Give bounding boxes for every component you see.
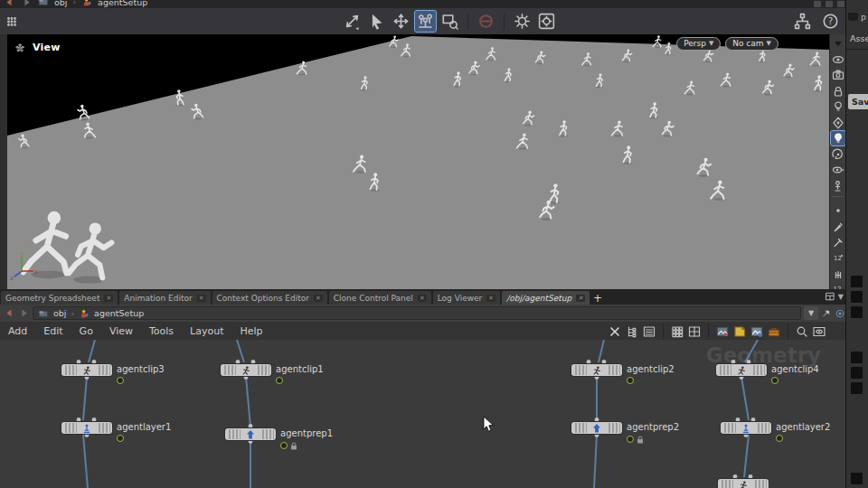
forward-arrow-icon[interactable] [21, 0, 33, 8]
tab-close-icon[interactable]: ✕ [314, 295, 323, 302]
node-partial[interactable] [718, 479, 769, 488]
tab-close-icon[interactable]: ✕ [104, 295, 113, 302]
display-flag-badge[interactable] [627, 436, 634, 443]
thumbnail-image-button[interactable] [715, 324, 730, 339]
output-pin[interactable] [595, 375, 599, 380]
character-pick-button[interactable] [831, 179, 845, 193]
node-wire[interactable] [599, 340, 604, 362]
output-pin[interactable] [740, 375, 744, 380]
view-objects-eye-button[interactable] [831, 163, 845, 177]
headlight-button[interactable] [831, 99, 845, 114]
save-button[interactable]: Save [848, 94, 868, 109]
frame-superscript-button[interactable]: 12 [831, 251, 845, 266]
output-pin[interactable] [85, 375, 90, 380]
layout-grid-button[interactable] [687, 324, 702, 339]
render-settings-gear-button[interactable] [536, 11, 557, 32]
panel-swatch[interactable] [851, 291, 863, 303]
eyedropper-button[interactable] [831, 235, 845, 249]
list-view-button[interactable] [642, 324, 656, 339]
snapshot-camera-button[interactable] [831, 68, 845, 82]
tab-close-icon[interactable]: ✕ [576, 295, 585, 302]
output-pin[interactable] [249, 439, 253, 444]
menu-layout[interactable]: Layout [182, 325, 231, 337]
panel-swatch[interactable] [851, 367, 863, 379]
node-wire[interactable] [744, 435, 749, 477]
node-agentprep2[interactable] [571, 422, 622, 434]
pane-menu-icon[interactable] [14, 42, 25, 53]
pane-tab-geometry-spreadsheet[interactable]: Geometry Spreadsheet✕ [1, 291, 118, 305]
node-wire[interactable] [745, 340, 758, 362]
panel-swatch[interactable] [851, 306, 863, 318]
menu-view[interactable]: View [101, 325, 141, 337]
tab-close-icon[interactable]: ✕ [486, 295, 495, 302]
pane-tab-animation-editor[interactable]: Animation Editor✕ [119, 291, 210, 305]
context-help-button[interactable]: ? [820, 11, 841, 32]
pane-layout-grid-icon[interactable] [825, 291, 835, 302]
background-image-button[interactable] [750, 324, 764, 339]
path-forward-icon[interactable] [18, 307, 30, 319]
path-back-icon[interactable] [4, 307, 15, 319]
display-flag-badge[interactable] [117, 377, 124, 384]
camera-button[interactable]: No cam▼ [725, 37, 778, 51]
pin-icon[interactable] [821, 308, 832, 319]
menu-tools[interactable]: Tools [141, 325, 182, 337]
view-tool-button[interactable] [342, 11, 363, 32]
path-context[interactable]: obj [53, 308, 66, 318]
box-zoom-tool-button[interactable] [439, 11, 460, 32]
node-wire[interactable] [594, 435, 597, 488]
display-flag-badge[interactable] [276, 377, 283, 384]
pane-tab-log-viewer[interactable]: Log Viewer✕ [433, 291, 500, 305]
new-tab-button[interactable]: + [591, 291, 604, 305]
panel-swatch[interactable] [851, 352, 863, 363]
points-display-button[interactable] [831, 203, 845, 218]
panel-swatch[interactable] [851, 276, 863, 287]
tools-crossed-button[interactable] [608, 324, 622, 339]
menu-help[interactable]: Help [232, 325, 271, 337]
visibility-box-button[interactable] [812, 324, 826, 339]
breadcrumb-node[interactable]: agentSetup [98, 0, 147, 7]
color-palette-grid-button[interactable] [670, 324, 684, 339]
back-arrow-icon[interactable] [4, 0, 15, 8]
node-wire[interactable] [83, 435, 88, 488]
pane-expand-arrow-button[interactable] [831, 36, 845, 51]
node-agentclip3[interactable] [61, 364, 112, 376]
pane-tab-clone-control-panel[interactable]: Clone Control Panel✕ [329, 291, 431, 305]
grab-hand-button[interactable] [831, 267, 845, 281]
tree-view-button[interactable] [625, 324, 639, 339]
display-flag-badge[interactable] [117, 435, 124, 442]
toolbox-button[interactable] [767, 324, 781, 339]
display-flag-badge[interactable] [776, 435, 783, 442]
sticky-note-button[interactable] [732, 324, 747, 339]
snapping-disabled-toggle-button[interactable] [476, 11, 496, 32]
panel-swatch[interactable] [851, 473, 863, 484]
node-wire[interactable] [83, 377, 87, 420]
node-wire[interactable] [741, 377, 749, 420]
find-magnifier-button[interactable] [795, 324, 809, 339]
menu-add[interactable]: Add [0, 325, 35, 337]
node-agentclip1[interactable] [221, 364, 271, 376]
output-pin[interactable] [744, 433, 749, 437]
display-options-gear-button[interactable] [512, 11, 533, 32]
high-quality-lighting-button[interactable] [831, 131, 845, 145]
scene-lights-button[interactable] [831, 116, 845, 130]
follow-target-icon[interactable] [835, 308, 845, 319]
translate-tool-button[interactable] [391, 11, 411, 32]
panel-swatch[interactable] [851, 382, 863, 394]
menu-go[interactable]: Go [71, 325, 101, 337]
crowd-select-tool-button[interactable] [415, 11, 436, 32]
network-editor[interactable]: Geometry agentclip3agentclip1agentclip2a… [0, 340, 846, 488]
visibility-eye-button[interactable] [831, 52, 845, 67]
toolbar-grip-icon[interactable] [5, 15, 18, 28]
projection-button[interactable]: Persp▼ [676, 37, 721, 51]
tab-close-icon[interactable]: ✕ [418, 295, 427, 302]
output-pin[interactable] [595, 433, 599, 437]
display-flag-badge[interactable] [771, 377, 778, 384]
node-agentclip2[interactable] [571, 364, 622, 376]
output-pin[interactable] [244, 375, 249, 380]
lock-camera-button[interactable] [831, 84, 845, 99]
node-wire[interactable] [89, 340, 95, 362]
network-path-field[interactable]: obj › agentSetup [33, 306, 801, 320]
pane-tab--obj-agentsetup[interactable]: /obj/agentSetup✕ [502, 291, 590, 305]
pane-tab-context-options-editor[interactable]: Context Options Editor✕ [212, 291, 327, 305]
panel-tab-icon[interactable] [848, 13, 858, 21]
